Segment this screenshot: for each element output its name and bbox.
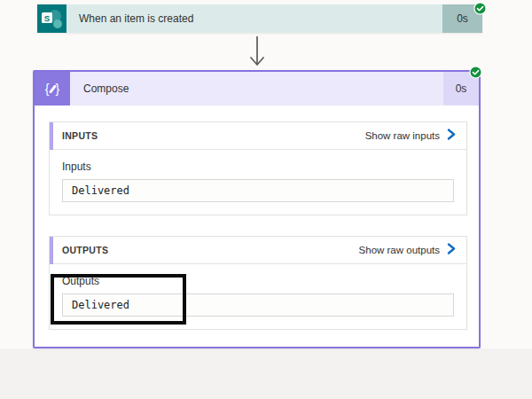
outputs-panel: OUTPUTS Show raw outputs Outputs Deliver…: [49, 236, 467, 330]
accent-bar: [50, 237, 53, 264]
outputs-value-box: Delivered: [62, 293, 454, 317]
inputs-panel-header: INPUTS Show raw inputs: [50, 122, 466, 150]
show-raw-inputs-label: Show raw inputs: [365, 130, 440, 141]
outputs-panel-header: OUTPUTS Show raw outputs: [50, 237, 466, 264]
brace-right: }: [56, 82, 60, 96]
connector-arrow-icon: [248, 36, 266, 72]
inputs-panel: INPUTS Show raw inputs Inputs Delivered: [49, 121, 467, 215]
chevron-right-icon: [447, 128, 456, 144]
accent-bar: [50, 122, 53, 150]
show-raw-inputs-link[interactable]: Show raw inputs: [365, 128, 456, 144]
trigger-card-when-item-created[interactable]: S When an item is created 0s: [37, 4, 482, 33]
action-card-compose: {} Compose 0s INPUTS Show raw inputs: [33, 70, 481, 348]
trigger-title: When an item is created: [66, 4, 442, 33]
outputs-field-label: Outputs: [62, 275, 454, 287]
compose-data-operation-icon: {}: [35, 72, 70, 106]
svg-text:S: S: [44, 13, 50, 23]
outputs-panel-body: Outputs Delivered: [50, 264, 466, 329]
inputs-value-box: Delivered: [62, 179, 454, 202]
inputs-header-label: INPUTS: [62, 130, 98, 141]
action-card-header[interactable]: {} Compose 0s: [35, 72, 479, 106]
outputs-header-label: OUTPUTS: [62, 245, 108, 255]
inputs-field-label: Inputs: [62, 160, 454, 173]
flow-run-canvas: S When an item is created 0s {} Compose …: [0, 0, 532, 399]
brace-left: {: [45, 82, 50, 96]
action-title: Compose: [70, 72, 443, 106]
show-raw-outputs-label: Show raw outputs: [359, 245, 440, 255]
action-card-body: INPUTS Show raw inputs Inputs Delivered: [35, 106, 479, 330]
chevron-right-icon: [447, 242, 456, 258]
trigger-duration: 0s: [442, 4, 482, 33]
sharepoint-icon: S: [37, 4, 66, 33]
show-raw-outputs-link[interactable]: Show raw outputs: [359, 242, 456, 258]
action-duration: 0s: [443, 72, 479, 106]
inputs-panel-body: Inputs Delivered: [50, 150, 466, 215]
